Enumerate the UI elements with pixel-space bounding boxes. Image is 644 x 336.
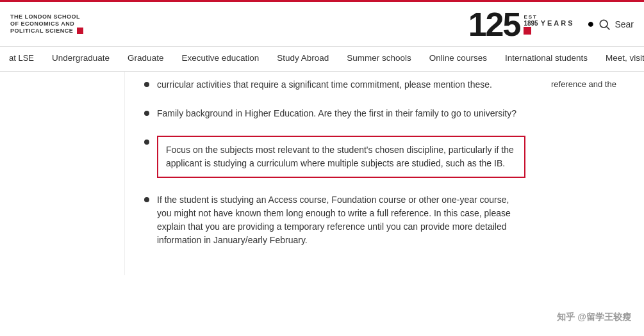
list-item-4: If the student is studying an Access cou…	[144, 193, 525, 247]
bullet-text-2: Family background in Higher Education. A…	[157, 107, 525, 120]
logo-125-area: 125 EST 1895 YEARS	[468, 8, 575, 41]
search-label: Sear	[615, 19, 634, 29]
nav-item-summer-schools[interactable]: Summer schools	[338, 47, 420, 71]
bullet-text-3-wrapper: Focus on the subjects most relevant to t…	[157, 136, 525, 178]
est-label: EST	[524, 14, 538, 20]
search-icon[interactable]: ●	[588, 17, 595, 31]
logo-125-number: 125	[468, 8, 520, 41]
bullet-text-4: If the student is studying an Access cou…	[157, 193, 525, 247]
logo-red-square	[77, 28, 83, 34]
list-item-3: Focus on the subjects most relevant to t…	[144, 136, 525, 178]
nav-item-undergraduate[interactable]: Undergraduate	[43, 47, 119, 71]
right-panel: reference and the	[545, 72, 644, 275]
nav-item-study-abroad[interactable]: Study Abroad	[268, 47, 338, 71]
search-area[interactable]: ● Sear	[588, 17, 634, 31]
logo-badge: EST 1895	[524, 14, 538, 35]
nav-item-meet-visit[interactable]: Meet, visit and disco	[597, 47, 644, 71]
years-label-wrap: YEARS	[541, 19, 575, 29]
logo-line3-text: POLITICAL SCIENCE	[10, 28, 73, 35]
header: THE LONDON SCHOOL OF ECONOMICS AND POLIT…	[0, 2, 644, 47]
logo-line1: THE LONDON SCHOOL	[10, 13, 83, 20]
right-panel-text: reference and the	[551, 79, 616, 89]
logo-125-digits: 125	[468, 6, 520, 43]
logo: THE LONDON SCHOOL OF ECONOMICS AND POLIT…	[10, 13, 83, 34]
list-item-2: Family background in Higher Education. A…	[144, 107, 525, 120]
years-label: YEARS	[541, 19, 575, 27]
svg-line-1	[607, 26, 610, 29]
nav-item-international-students[interactable]: International students	[496, 47, 597, 71]
est-year: 1895	[524, 20, 538, 27]
content-area: curricular activities that require a sig…	[125, 72, 545, 275]
nav-item-executive-education[interactable]: Executive education	[172, 47, 268, 71]
nav-item-at-lse[interactable]: at LSE	[0, 47, 43, 71]
logo-red-sq2	[524, 27, 531, 35]
left-panel	[0, 72, 125, 275]
highlight-box: Focus on the subjects most relevant to t…	[157, 136, 525, 178]
bullet-list: curricular activities that require a sig…	[144, 78, 525, 247]
bullet-dot-4	[144, 197, 149, 202]
logo-line2-text: OF ECONOMICS AND	[10, 20, 74, 28]
bullet-dot-3	[144, 140, 149, 145]
logo-line2: OF ECONOMICS AND	[10, 20, 83, 28]
bullet-dot-1	[144, 82, 149, 87]
list-item-1: curricular activities that require a sig…	[144, 78, 525, 92]
main-content: curricular activities that require a sig…	[0, 72, 644, 275]
nav-item-online-courses[interactable]: Online courses	[420, 47, 496, 71]
search-svg-icon[interactable]	[598, 18, 611, 31]
nav-item-graduate[interactable]: Graduate	[119, 47, 172, 71]
svg-point-0	[600, 20, 608, 28]
bullet-text-1: curricular activities that require a sig…	[157, 78, 525, 92]
nav-bar: at LSE Undergraduate Graduate Executive …	[0, 47, 644, 72]
logo-line3: POLITICAL SCIENCE	[10, 28, 83, 35]
bullet-text-3: Focus on the subjects most relevant to t…	[166, 145, 514, 168]
bullet-dot-2	[144, 111, 149, 116]
